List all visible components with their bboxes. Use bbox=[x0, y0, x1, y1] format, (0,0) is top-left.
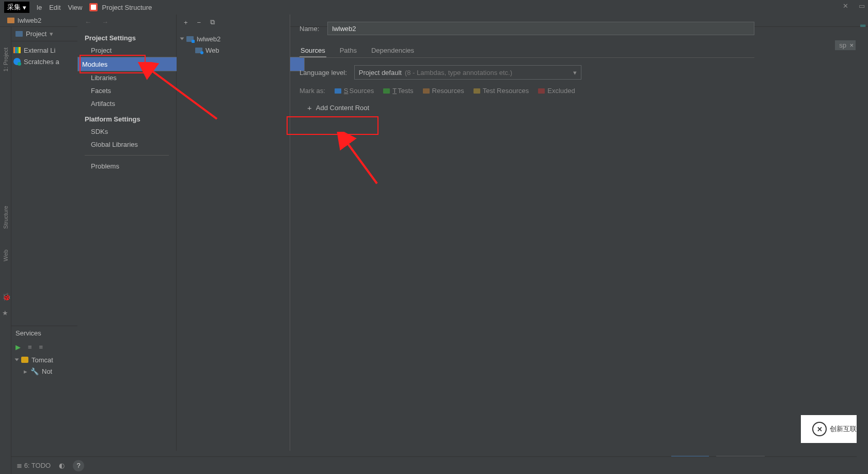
nav-section-project: Project Settings bbox=[77, 29, 176, 44]
mark-sources[interactable]: SSources bbox=[335, 87, 374, 95]
tomcat-node[interactable]: Tomcat bbox=[11, 354, 77, 365]
run-icon[interactable]: ▶ bbox=[15, 343, 21, 351]
filter-icon[interactable]: ≡ bbox=[28, 343, 32, 351]
menu-view[interactable]: View bbox=[68, 4, 83, 11]
dialog-title: Project Structure bbox=[102, 4, 152, 11]
maximize-icon[interactable]: ▭ bbox=[859, 2, 865, 10]
tests-folder-icon bbox=[383, 88, 390, 94]
module-root-label: lwlweb2 bbox=[197, 35, 220, 43]
project-tool-header[interactable]: Project ▾ bbox=[11, 27, 77, 41]
bug-icon[interactable]: 🐞 bbox=[2, 293, 9, 300]
add-content-root-label: Add Content Root bbox=[316, 104, 369, 112]
project-tab-vertical[interactable]: 1: Project bbox=[3, 48, 9, 71]
libraries-icon bbox=[13, 47, 21, 53]
add-content-root-button[interactable]: + Add Content Root bbox=[299, 100, 377, 116]
project-icon bbox=[15, 31, 23, 37]
tab-dependencies[interactable]: Dependencies bbox=[370, 44, 415, 57]
services-tool-window: Services ▶ ≡ ≡ Tomcat ▸🔧Not bbox=[11, 326, 77, 456]
copy-module-icon[interactable]: ⧉ bbox=[210, 18, 215, 26]
sources-folder-icon bbox=[335, 88, 341, 94]
close-icon[interactable]: ✕ bbox=[843, 2, 848, 10]
folder-icon bbox=[7, 18, 14, 23]
expand-icon[interactable] bbox=[180, 38, 184, 40]
close-tab-icon[interactable]: × bbox=[849, 41, 854, 49]
breadcrumb-project[interactable]: lwlweb2 bbox=[18, 17, 41, 24]
test-resources-folder-icon bbox=[474, 88, 480, 94]
todo-button[interactable]: ≣ 6: TODO bbox=[17, 462, 51, 469]
scratches-icon bbox=[13, 58, 21, 65]
mark-excluded[interactable]: Excluded bbox=[538, 87, 575, 95]
wrench-icon: 🔧 bbox=[30, 368, 39, 375]
menu-bar: 采集▾ le Edit View Project Structure ✕ ▭ bbox=[0, 0, 868, 14]
chevron-down-icon: ▾ bbox=[573, 69, 577, 77]
excluded-folder-icon bbox=[538, 88, 545, 94]
module-web-label: Web bbox=[206, 47, 219, 54]
right-tool-strip bbox=[857, 27, 868, 474]
nav-project[interactable]: Project bbox=[77, 44, 176, 57]
module-detail-pane: Name: Sources Paths Dependencies Languag… bbox=[290, 14, 764, 451]
structure-tab-vertical[interactable]: Structure bbox=[3, 206, 9, 229]
module-toolbar: + − ⧉ bbox=[177, 14, 290, 30]
module-name-input[interactable] bbox=[327, 22, 754, 35]
nav-sdks[interactable]: SDKs bbox=[77, 125, 176, 138]
nav-libraries[interactable]: Libraries bbox=[77, 71, 176, 84]
services-title: Services bbox=[11, 326, 77, 340]
nav-facets[interactable]: Facets bbox=[77, 84, 176, 97]
run-indicator-icon[interactable]: ◐ bbox=[59, 462, 65, 469]
play-small-icon: ▸ bbox=[24, 368, 27, 375]
plus-icon: + bbox=[307, 103, 312, 112]
editor-tab[interactable]: sp× bbox=[835, 40, 856, 50]
nav-section-platform: Platform Settings bbox=[77, 110, 176, 125]
nav-global-libraries[interactable]: Global Libraries bbox=[77, 138, 176, 151]
capture-button[interactable]: 采集▾ bbox=[4, 2, 29, 13]
module-column: + − ⧉ lwlweb2 Web bbox=[177, 14, 290, 451]
mark-resources[interactable]: Resources bbox=[423, 87, 464, 95]
add-module-icon[interactable]: + bbox=[184, 19, 188, 26]
web-tab-vertical[interactable]: Web bbox=[3, 250, 9, 261]
mark-as-label: Mark as: bbox=[299, 87, 325, 95]
module-root[interactable]: lwlweb2 bbox=[181, 33, 286, 44]
status-bar: ≣ 6: TODO ◐ ? bbox=[11, 456, 868, 474]
chevron-down-icon[interactable]: ▾ bbox=[50, 30, 53, 38]
detail-tabs: Sources Paths Dependencies bbox=[299, 44, 754, 58]
help-button[interactable]: ? bbox=[73, 460, 84, 471]
favorites-icon[interactable]: ★ bbox=[2, 309, 9, 316]
tab-sources[interactable]: Sources bbox=[299, 44, 326, 57]
nav-problems[interactable]: Problems bbox=[77, 160, 176, 173]
settings-nav: ← → Project Settings Project Modules Lib… bbox=[77, 14, 177, 451]
name-label: Name: bbox=[299, 25, 319, 33]
capture-label: 采集 bbox=[7, 3, 21, 12]
menu-edit[interactable]: Edit bbox=[49, 4, 60, 11]
expand-icon[interactable] bbox=[15, 359, 19, 361]
nav-forward-icon[interactable]: → bbox=[102, 18, 108, 26]
mark-test-resources[interactable]: Test Resources bbox=[474, 87, 529, 95]
watermark-icon: ✕ bbox=[812, 422, 827, 436]
nav-artifacts[interactable]: Artifacts bbox=[77, 97, 176, 110]
filter2-icon[interactable]: ≡ bbox=[39, 343, 43, 351]
project-tree: External Li Scratches a bbox=[11, 41, 77, 70]
scratches-node[interactable]: Scratches a bbox=[13, 56, 75, 67]
module-web[interactable]: Web bbox=[181, 44, 286, 56]
external-libraries-node[interactable]: External Li bbox=[13, 44, 75, 56]
tomcat-icon bbox=[21, 357, 28, 363]
mark-as-row: Mark as: SSources TTests Resources Test … bbox=[299, 87, 754, 95]
project-tool-title: Project bbox=[26, 30, 46, 38]
mark-tests[interactable]: TTests bbox=[383, 87, 413, 95]
menu-file[interactable]: le bbox=[37, 4, 42, 11]
nav-separator bbox=[85, 155, 169, 156]
nav-back-icon[interactable]: ← bbox=[85, 18, 91, 26]
not-started-node[interactable]: ▸🔧Not bbox=[11, 365, 77, 377]
remove-module-icon[interactable]: − bbox=[197, 19, 201, 26]
module-icon bbox=[186, 36, 194, 42]
watermark-text: 创新互联 bbox=[830, 424, 857, 434]
resources-folder-icon bbox=[423, 88, 430, 94]
left-tool-strip: 1: Project Structure Web 🐞 ★ bbox=[0, 27, 11, 474]
app-icon bbox=[89, 3, 98, 11]
language-level-select[interactable]: Project default(8 - Lambdas, type annota… bbox=[354, 65, 581, 80]
tab-paths[interactable]: Paths bbox=[339, 44, 358, 57]
language-level-label: Language level: bbox=[299, 69, 347, 77]
web-facet-icon bbox=[195, 48, 202, 53]
